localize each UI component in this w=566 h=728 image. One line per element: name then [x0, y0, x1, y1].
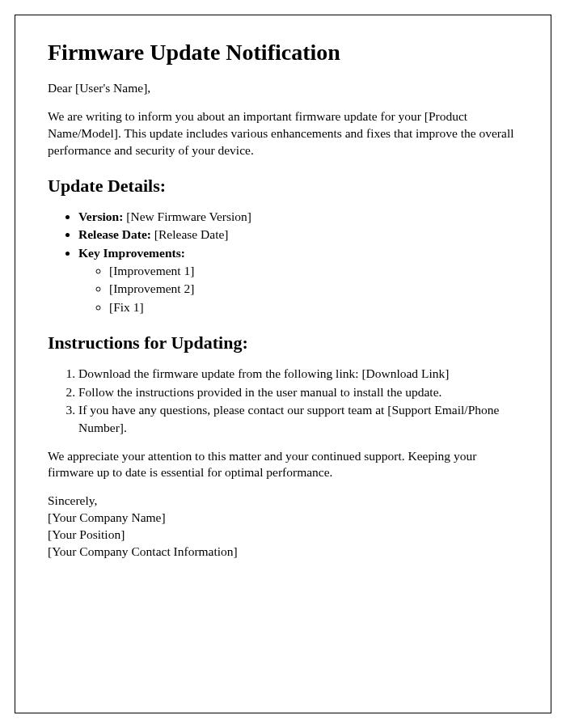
- document-page: Firmware Update Notification Dear [User'…: [15, 15, 551, 713]
- detail-version: Version: [New Firmware Version]: [78, 208, 518, 226]
- instructions-heading: Instructions for Updating:: [48, 332, 518, 353]
- release-label: Release Date:: [78, 227, 151, 241]
- version-label: Version:: [78, 210, 123, 223]
- improvements-sublist: [Improvement 1] [Improvement 2] [Fix 1]: [109, 262, 518, 316]
- instruction-step: Download the firmware update from the fo…: [78, 365, 518, 383]
- page-title: Firmware Update Notification: [48, 40, 518, 66]
- instructions-list: Download the firmware update from the fo…: [78, 365, 518, 437]
- greeting-line: Dear [User's Name],: [48, 80, 518, 97]
- signature-position: [Your Position]: [48, 527, 518, 544]
- detail-improvements: Key Improvements: [Improvement 1] [Impro…: [78, 244, 518, 316]
- improvement-item: [Improvement 2]: [109, 280, 518, 298]
- instruction-step: Follow the instructions provided in the …: [78, 383, 518, 401]
- release-value: [Release Date]: [151, 227, 229, 241]
- detail-release-date: Release Date: [Release Date]: [78, 226, 518, 243]
- update-details-heading: Update Details:: [48, 176, 518, 197]
- signature-contact: [Your Company Contact Information]: [48, 544, 518, 561]
- closing-paragraph: We appreciate your attention to this mat…: [48, 448, 518, 482]
- signature-block: Sincerely, [Your Company Name] [Your Pos…: [48, 493, 518, 561]
- improvement-item: [Fix 1]: [109, 298, 518, 316]
- signature-sincerely: Sincerely,: [48, 493, 518, 510]
- improvements-label: Key Improvements:: [78, 246, 185, 260]
- details-list: Version: [New Firmware Version] Release …: [78, 208, 518, 316]
- improvement-item: [Improvement 1]: [109, 262, 518, 280]
- version-value: [New Firmware Version]: [123, 210, 251, 223]
- intro-paragraph: We are writing to inform you about an im…: [48, 108, 518, 159]
- signature-company: [Your Company Name]: [48, 510, 518, 527]
- instruction-step: If you have any questions, please contac…: [78, 401, 518, 436]
